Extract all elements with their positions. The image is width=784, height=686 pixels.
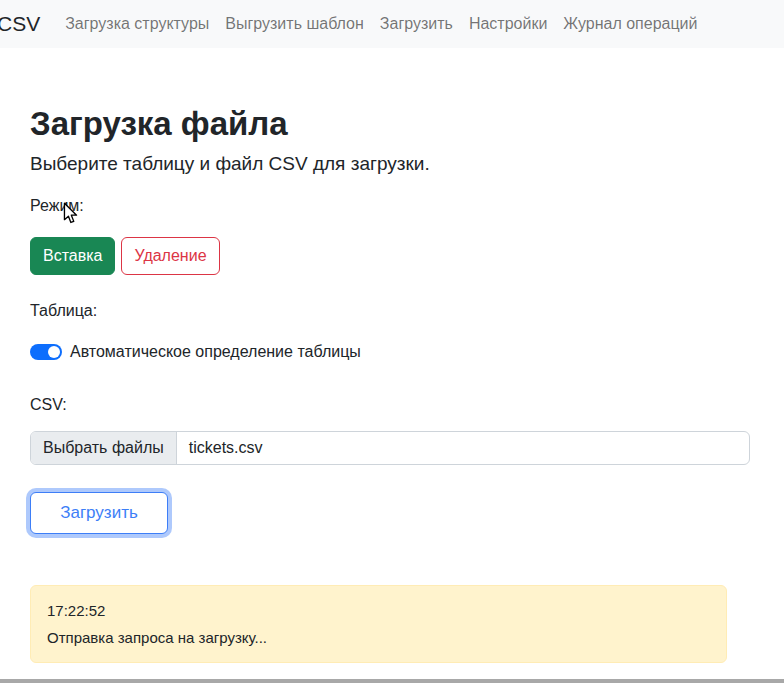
main-content: Загрузка файла Выберите таблицу и файл C… — [0, 104, 784, 663]
nav-item-load-structure[interactable]: Загрузка структуры — [57, 11, 217, 37]
navbar-menu: Загрузка структуры Выгрузить шаблон Загр… — [57, 11, 705, 37]
nav-item-export-template[interactable]: Выгрузить шаблон — [217, 11, 372, 37]
log-message: Отправка запроса на загрузку... — [47, 624, 710, 651]
scrollbar-thumb[interactable] — [0, 679, 784, 683]
mode-button-group: Вставка Удаление — [30, 237, 750, 275]
top-navbar: CSV Загрузка структуры Выгрузить шаблон … — [0, 0, 784, 48]
insert-mode-button[interactable]: Вставка — [30, 237, 115, 275]
selected-file-name: tickets.csv — [177, 432, 275, 464]
page-subtitle: Выберите таблицу и файл CSV для загрузки… — [30, 150, 750, 178]
upload-button[interactable]: Загрузить — [30, 492, 168, 534]
csv-file-input[interactable]: Выбрать файлы tickets.csv — [30, 431, 750, 465]
nav-item-settings[interactable]: Настройки — [461, 11, 555, 37]
auto-detect-label: Автоматическое определение таблицы — [70, 343, 361, 361]
choose-files-button[interactable]: Выбрать файлы — [31, 432, 177, 464]
auto-detect-row: Автоматическое определение таблицы — [30, 340, 750, 364]
log-timestamp: 17:22:52 — [47, 597, 710, 624]
table-label: Таблица: — [30, 299, 750, 323]
navbar-brand[interactable]: CSV — [0, 12, 40, 36]
log-panel: 17:22:52 Отправка запроса на загрузку... — [30, 585, 727, 663]
delete-mode-button[interactable]: Удаление — [121, 237, 219, 275]
page-title: Загрузка файла — [30, 104, 750, 144]
toggle-knob-icon — [48, 346, 60, 358]
nav-item-upload[interactable]: Загрузить — [372, 11, 461, 37]
nav-item-operations-log[interactable]: Журнал операций — [555, 11, 705, 37]
csv-label: CSV: — [30, 393, 750, 417]
mode-label: Режим: — [30, 194, 750, 218]
horizontal-scrollbar[interactable] — [0, 676, 784, 686]
auto-detect-toggle[interactable] — [30, 344, 62, 360]
